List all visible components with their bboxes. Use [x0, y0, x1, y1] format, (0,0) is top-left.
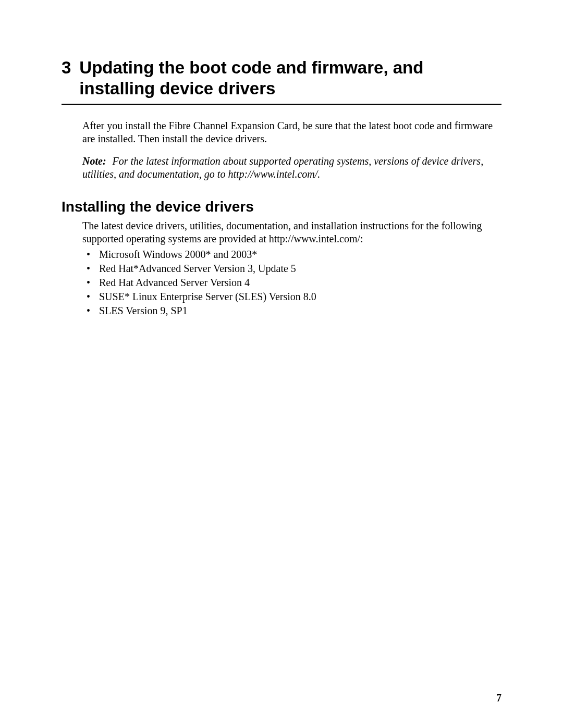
os-list: Microsoft Windows 2000* and 2003* Red Ha…	[82, 248, 501, 317]
chapter-rule	[62, 104, 501, 105]
page-content: 3 Updating the boot code and firmware, a…	[0, 0, 563, 317]
section-intro: The latest device drivers, utilities, do…	[82, 219, 501, 245]
list-item: Red Hat Advanced Server Version 4	[82, 276, 501, 289]
list-item: Red Hat*Advanced Server Version 3, Updat…	[82, 262, 501, 275]
page-number: 7	[496, 692, 501, 704]
intro-paragraph: After you install the Fibre Channel Expa…	[82, 119, 501, 145]
chapter-heading: 3 Updating the boot code and firmware, a…	[62, 57, 501, 98]
section-heading: Installing the device drivers	[62, 199, 501, 215]
note-label: Note:	[82, 155, 113, 167]
note-text: For the latest information about support…	[82, 155, 483, 180]
list-item: SUSE* Linux Enterprise Server (SLES) Ver…	[82, 290, 501, 303]
chapter-title: Updating the boot code and firmware, and…	[79, 57, 501, 98]
list-item: Microsoft Windows 2000* and 2003*	[82, 248, 501, 261]
chapter-number: 3	[62, 57, 79, 98]
note-block: Note:For the latest information about su…	[82, 155, 501, 181]
list-item: SLES Version 9, SP1	[82, 304, 501, 317]
